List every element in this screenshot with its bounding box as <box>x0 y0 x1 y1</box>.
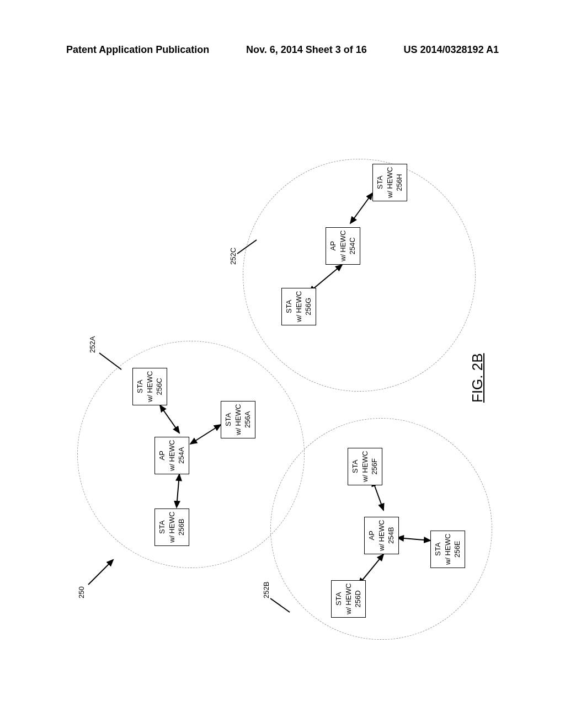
sta-256a-l1: STA <box>224 413 232 426</box>
sta-256e-l3: 256E <box>453 541 461 558</box>
sta-256b-l1: STA <box>158 521 166 534</box>
sta-256h: STA w/ HEWC 256H <box>372 164 407 201</box>
sta-256e-l2: w/ HEWC <box>444 534 452 565</box>
figure-area: 250 252A 252B 252C AP w/ HEWC 254A STA w… <box>66 99 497 651</box>
sta-256a-l3: 256A <box>243 411 252 428</box>
ap-254c-l2: w/ HEWC <box>339 231 347 261</box>
sta-256b: STA w/ HEWC 256B <box>154 508 189 546</box>
sta-256f-l3: 256F <box>370 458 379 475</box>
label-250: 250 <box>77 586 86 598</box>
sta-256d: STA w/ HEWC 256D <box>331 580 366 618</box>
sta-256d-l1: STA <box>334 592 343 606</box>
sta-256c: STA w/ HEWC 256C <box>132 368 167 405</box>
ap-254b: AP w/ HEWC 254B <box>364 517 399 554</box>
header-mid: Nov. 6, 2014 Sheet 3 of 16 <box>246 44 367 56</box>
sta-256g-l2: w/ HEWC <box>295 291 303 322</box>
rotated-canvas: 250 252A 252B 252C AP w/ HEWC 254A STA w… <box>66 99 497 651</box>
sta-256h-l2: w/ HEWC <box>386 167 394 198</box>
sta-256g-l3: 256G <box>304 298 312 315</box>
sta-256g-l1: STA <box>285 300 293 313</box>
sta-256e: STA w/ HEWC 256E <box>430 531 465 568</box>
label-252b: 252B <box>262 582 270 598</box>
svg-line-3 <box>237 240 257 254</box>
label-252a: 252A <box>88 336 97 353</box>
ap-254b-l3: 254B <box>387 527 395 544</box>
sta-256a: STA w/ HEWC 256A <box>221 401 255 438</box>
header-right: US 2014/0328192 A1 <box>404 44 499 56</box>
label-252c: 252C <box>229 248 237 265</box>
ap-254b-l1: AP <box>367 531 376 540</box>
ap-254a-l1: AP <box>158 451 166 460</box>
ap-254c-l3: 254C <box>348 237 356 254</box>
sta-256c-l2: w/ HEWC <box>146 371 154 402</box>
ap-254a-l2: w/ HEWC <box>168 440 176 471</box>
svg-line-2 <box>270 598 290 612</box>
sta-256c-l3: 256C <box>155 378 163 395</box>
page: Patent Application Publication Nov. 6, 2… <box>0 0 565 728</box>
sta-256f: STA w/ HEWC 256F <box>348 448 382 485</box>
page-header: Patent Application Publication Nov. 6, 2… <box>0 44 565 56</box>
figure-caption: FIG. 2B <box>469 353 486 403</box>
sta-256h-l3: 256H <box>395 174 403 191</box>
sta-256h-l1: STA <box>376 176 384 189</box>
svg-line-0 <box>88 560 113 585</box>
svg-line-4 <box>177 474 179 507</box>
sta-256g: STA w/ HEWC 256G <box>281 288 316 325</box>
svg-line-5 <box>160 405 179 433</box>
sta-256a-l2: w/ HEWC <box>234 404 242 435</box>
svg-line-8 <box>397 538 430 540</box>
arrows <box>66 99 497 651</box>
svg-line-6 <box>190 425 221 444</box>
sta-256b-l3: 256B <box>177 519 185 536</box>
ap-254a-l3: 254A <box>177 447 185 464</box>
sta-256c-l1: STA <box>136 380 144 393</box>
svg-line-11 <box>350 193 372 223</box>
sta-256e-l1: STA <box>434 543 442 556</box>
header-left: Patent Application Publication <box>66 44 209 56</box>
sta-256f-l2: w/ HEWC <box>361 451 369 482</box>
ap-254a: AP w/ HEWC 254A <box>154 437 189 474</box>
sta-256f-l1: STA <box>351 460 359 473</box>
ap-254b-l2: w/ HEWC <box>377 520 386 551</box>
ap-254c-l1: AP <box>329 241 337 250</box>
ap-254c: AP w/ HEWC 254C <box>326 227 360 265</box>
sta-256b-l2: w/ HEWC <box>168 512 176 543</box>
svg-line-1 <box>99 353 121 370</box>
sta-256d-l2: w/ HEWC <box>344 584 353 614</box>
sta-256d-l3: 256D <box>354 590 362 607</box>
